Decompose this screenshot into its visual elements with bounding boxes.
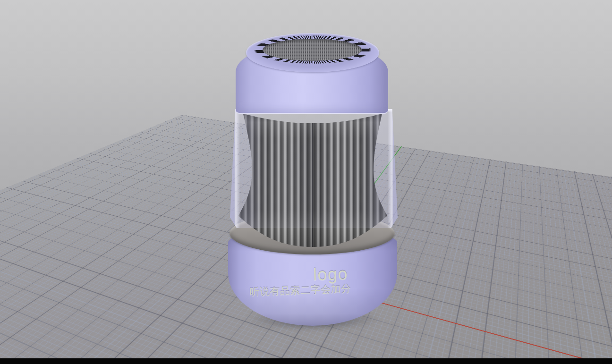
- product-model[interactable]: logo 听说有品索二字会加分: [0, 0, 612, 364]
- transparent-housing: [230, 109, 398, 228]
- letterbox-bar: [0, 358, 612, 364]
- mesh-filter-disk: [263, 39, 362, 61]
- render-viewport[interactable]: logo 听说有品索二字会加分: [0, 0, 612, 364]
